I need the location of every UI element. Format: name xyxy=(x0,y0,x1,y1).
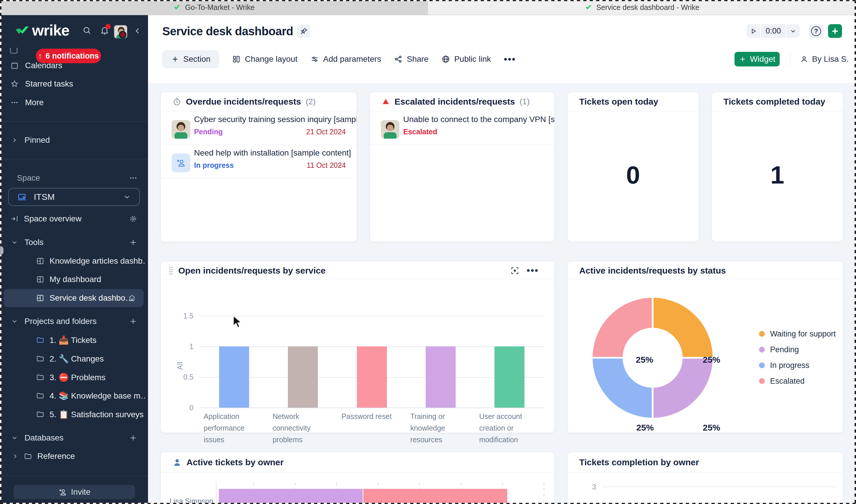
due-date: 21 Oct 2024 xyxy=(306,128,346,136)
toolbar-more-icon[interactable]: ••• xyxy=(504,54,516,65)
sidebar-item-changes-folder[interactable]: 2. 🔧 Changes xyxy=(0,349,148,368)
widget-active-by-status: Active incidents/requests by status 25%2… xyxy=(567,261,843,433)
ticket-row[interactable]: Need help with installation [sample cont… xyxy=(161,145,357,178)
pin-icon[interactable] xyxy=(297,24,310,38)
widget-header: Active tickets by owner xyxy=(161,452,554,472)
y-tick: 0.5 xyxy=(173,373,194,381)
create-button[interactable]: + xyxy=(828,24,842,38)
help-button[interactable]: ? xyxy=(809,24,823,38)
invite-label: Invite xyxy=(71,487,91,497)
sidebar-item-reference-folder[interactable]: Reference xyxy=(0,447,148,466)
bell-notification-dot xyxy=(105,24,111,29)
sidebar-item-problems-folder[interactable]: 3. ⛔ Problems xyxy=(0,368,148,386)
space-name: ITSM xyxy=(34,192,55,202)
space-selector[interactable]: ITSM xyxy=(8,188,140,206)
widget-open-by-service: Open incidents/requests by service ••• 1… xyxy=(161,261,555,433)
warning-triangle-icon xyxy=(382,97,390,106)
add-database-icon[interactable] xyxy=(129,433,138,442)
sidebar-item-label: More xyxy=(25,98,44,107)
gear-icon[interactable] xyxy=(129,214,138,223)
browser-tab-go-to-market[interactable]: Go-To-Market - Wrike xyxy=(0,0,428,15)
wrike-wordmark: wrike xyxy=(32,21,69,39)
widget-title: Overdue incidents/requests xyxy=(186,97,301,107)
sidebar-item-tickets-folder[interactable]: 1. 📥 Tickets xyxy=(0,331,148,349)
widget-title: Open incidents/requests by service xyxy=(178,266,325,275)
chevron-right-icon xyxy=(12,453,19,460)
timer-dropdown-icon[interactable] xyxy=(786,24,800,38)
byline-label: By Lisa S. xyxy=(812,54,849,64)
arrow-up-icon: ↑ xyxy=(38,52,42,60)
sidebar-divider xyxy=(0,121,148,122)
sidebar-item-label: 4. 📚 Knowledge base m… xyxy=(50,391,146,400)
search-icon[interactable] xyxy=(82,25,91,35)
widget-menu-icon[interactable]: ••• xyxy=(527,265,539,276)
sidebar-item-more[interactable]: More xyxy=(0,93,148,112)
public-link-button[interactable]: Public link xyxy=(441,54,491,64)
add-parameters-button[interactable]: Add parameters xyxy=(310,54,381,64)
y-tick: 0 xyxy=(173,403,194,412)
ticket-row[interactable]: Cyber security training session inquiry … xyxy=(161,111,357,145)
avatar xyxy=(381,120,399,139)
sidebar-item-service-desk-dashboard[interactable]: Service desk dashbo… xyxy=(0,289,148,307)
sidebar-item-label: 5. 📋 Satisfaction surveys xyxy=(50,410,144,419)
bar-slot xyxy=(475,346,544,408)
sidebar-item-space-overview[interactable]: Space overview xyxy=(0,210,148,228)
person-plus-icon xyxy=(58,488,67,497)
status-badge: In progress xyxy=(194,161,234,169)
ticket-title: Need help with installation [sample cont… xyxy=(194,148,357,158)
question-icon: ? xyxy=(811,26,821,36)
metric-value: 0 xyxy=(568,112,699,237)
sidebar-section-projects-and-folders[interactable]: Projects and folders xyxy=(0,312,148,331)
bar-slot xyxy=(337,346,406,408)
sidebar-section-tools[interactable]: Tools xyxy=(0,233,148,252)
sidebar-section-databases[interactable]: Databases xyxy=(0,429,148,447)
space-label: Space xyxy=(17,173,40,183)
bar-0 xyxy=(219,346,249,408)
legend-label: In progress xyxy=(770,361,809,370)
sidebar-item-knowledge-articles-dashboard[interactable]: Knowledge articles dashb… xyxy=(0,252,148,270)
add-widget-label: Widget xyxy=(750,54,775,64)
space-menu-icon[interactable] xyxy=(129,174,138,182)
add-section-button[interactable]: Section xyxy=(162,50,219,68)
timer-value[interactable]: 0:00 xyxy=(761,24,786,38)
share-button[interactable]: Share xyxy=(394,54,429,64)
sliders-icon xyxy=(310,55,319,64)
byline[interactable]: By Lisa S. xyxy=(800,52,849,67)
collapse-sidebar-icon[interactable] xyxy=(133,27,142,35)
sidebar-divider xyxy=(0,476,148,476)
plus-icon xyxy=(739,55,746,63)
wrike-logo[interactable]: wrike xyxy=(15,21,69,39)
play-icon[interactable] xyxy=(747,24,760,38)
sidebar-section-label: Pinned xyxy=(24,136,50,145)
sidebar-item-satisfaction-surveys-folder[interactable]: 5. 📋 Satisfaction surveys xyxy=(0,405,148,424)
sidebar-item-starred-tasks[interactable]: Starred tasks xyxy=(0,75,148,93)
invite-button[interactable]: Invite xyxy=(14,485,135,499)
dashboard-icon xyxy=(36,294,44,302)
browser-tab-service-desk[interactable]: Service desk dashboard - Wrike xyxy=(428,0,856,15)
sidebar-section-pinned[interactable]: Pinned xyxy=(0,131,148,149)
drag-handle-icon[interactable] xyxy=(168,266,174,275)
add-section-label: Section xyxy=(183,54,210,64)
sidebar-section-space: Space xyxy=(0,169,148,187)
add-tool-icon[interactable] xyxy=(129,238,138,247)
avatar xyxy=(172,120,190,139)
sidebar-item-knowledge-base-folder[interactable]: 4. 📚 Knowledge base m… xyxy=(0,386,148,405)
legend-dot xyxy=(759,378,765,384)
ticket-row[interactable]: Unable to connect to the company VPN [sa… xyxy=(370,111,554,145)
add-project-icon[interactable] xyxy=(129,317,138,326)
legend-dot xyxy=(759,331,765,337)
focus-mode-icon[interactable] xyxy=(510,266,519,275)
change-layout-button[interactable]: Change layout xyxy=(232,54,298,64)
browser-tab-title: Service desk dashboard - Wrike xyxy=(596,3,699,12)
bar-category-label: Network connectivity problems xyxy=(268,411,337,446)
clock-icon xyxy=(173,97,181,106)
sidebar-item-label: Service desk dashbo… xyxy=(50,293,133,303)
sidebar-item-my-dashboard[interactable]: My dashboard xyxy=(0,270,148,289)
sidebar-item-label: 3. ⛔ Problems xyxy=(50,373,105,382)
donut-slice-label: 25% xyxy=(703,355,720,365)
person-plus-icon xyxy=(176,158,186,168)
add-widget-button[interactable]: Widget xyxy=(734,52,780,67)
folder-icon xyxy=(24,452,32,460)
widget-count: (1) xyxy=(520,97,530,106)
notifications-pill[interactable]: ↑ 6 notifications xyxy=(36,49,101,63)
